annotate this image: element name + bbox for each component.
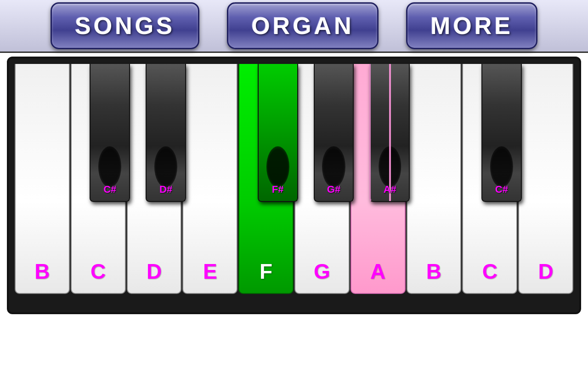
white-key-D-9[interactable]: D — [518, 64, 573, 294]
organ-button[interactable]: ORGAN — [227, 2, 379, 49]
white-key-label-4: F — [260, 259, 272, 284]
white-key-label-1: C — [90, 259, 106, 284]
piano-container: BCDEFGABCD C#D#F#G#A#C# — [7, 57, 581, 314]
black-keys-layer: C#D#F#G#A#C# — [14, 64, 574, 202]
white-key-B-7[interactable]: B — [407, 64, 462, 294]
organ-label: ORGAN — [251, 12, 354, 39]
songs-button[interactable]: SONGS — [51, 2, 199, 49]
nav-bar: SONGS ORGAN MORE — [0, 0, 588, 53]
black-key-label-5: C# — [495, 184, 508, 196]
black-key-label-4: A# — [384, 184, 396, 196]
more-button[interactable]: MORE — [406, 2, 537, 49]
black-key-label-0: C# — [103, 184, 116, 196]
white-key-E-3[interactable]: E — [182, 64, 237, 294]
white-key-label-3: E — [203, 259, 217, 284]
black-key-F#-2[interactable]: F# — [258, 64, 298, 202]
more-label: MORE — [430, 12, 513, 39]
white-key-label-7: B — [426, 259, 441, 284]
black-key-C#-5[interactable]: C# — [481, 64, 522, 202]
white-key-label-0: B — [34, 259, 50, 284]
white-key-label-2: D — [147, 259, 162, 284]
black-key-C#-0[interactable]: C# — [90, 64, 130, 202]
white-key-label-9: D — [538, 259, 553, 284]
white-key-label-8: C — [482, 259, 498, 284]
songs-label: SONGS — [75, 12, 175, 39]
piano-keys: BCDEFGABCD C#D#F#G#A#C# — [14, 64, 574, 294]
white-key-label-5: G — [314, 259, 330, 284]
white-key-label-6: A — [370, 259, 385, 284]
black-key-G#-3[interactable]: G# — [314, 64, 354, 202]
black-key-D#-1[interactable]: D# — [146, 64, 186, 202]
black-key-label-3: G# — [327, 184, 340, 196]
black-key-A#-4[interactable]: A# — [369, 64, 410, 202]
white-key-B-0[interactable]: B — [15, 64, 70, 294]
black-key-label-2: F# — [272, 184, 284, 196]
black-key-label-1: D# — [159, 184, 172, 196]
